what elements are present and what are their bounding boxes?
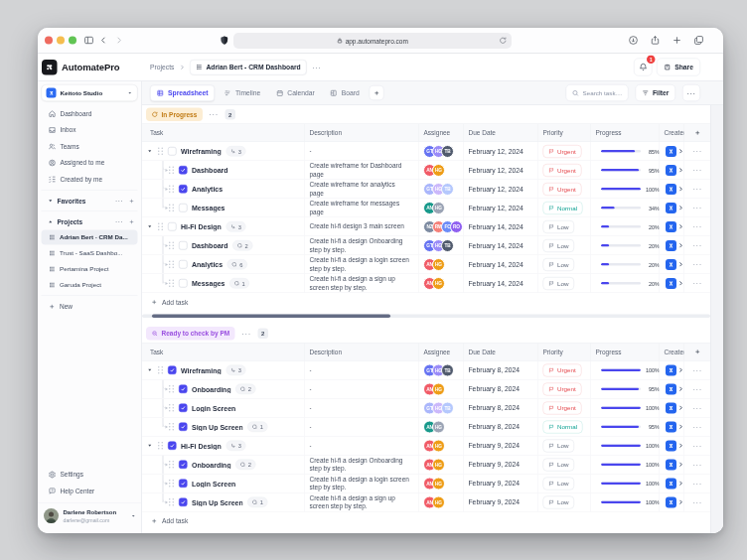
drag-handle-icon[interactable] bbox=[168, 166, 175, 174]
drag-handle-icon[interactable] bbox=[168, 204, 175, 211]
breadcrumb-project-chip[interactable]: Adrian Bert - CRM Dashboard bbox=[190, 60, 307, 75]
user-card[interactable]: Darlene Robertson darlene@gmail.com bbox=[38, 503, 141, 524]
comment-count-pill[interactable]: 1 bbox=[247, 422, 267, 433]
task-checkbox[interactable] bbox=[179, 241, 188, 250]
tab-board[interactable]: Board bbox=[324, 84, 366, 101]
column-header-priority[interactable]: Priority bbox=[538, 124, 591, 142]
task-checkbox-checked[interactable] bbox=[168, 366, 177, 375]
task-checkbox-checked[interactable] bbox=[179, 461, 188, 470]
drag-handle-icon[interactable] bbox=[168, 185, 175, 193]
row-menu-button[interactable]: ··· bbox=[684, 475, 710, 493]
forward-icon[interactable] bbox=[111, 33, 126, 48]
close-window-button[interactable] bbox=[45, 37, 53, 45]
new-button[interactable]: New bbox=[42, 299, 138, 315]
reload-icon[interactable] bbox=[499, 37, 508, 47]
comment-count-pill[interactable]: 2 bbox=[235, 384, 255, 395]
column-header-created-by[interactable]: Created by bbox=[660, 124, 684, 142]
task-checkbox[interactable] bbox=[179, 260, 188, 269]
scrollbar-thumb[interactable] bbox=[152, 315, 390, 319]
subtask-count-pill[interactable]: 3 bbox=[225, 146, 245, 157]
comment-count-pill[interactable]: 6 bbox=[227, 259, 247, 270]
filter-button[interactable]: Filter bbox=[635, 84, 675, 101]
projects-add-icon[interactable] bbox=[129, 218, 135, 224]
sidebar-project-item[interactable]: Trust - SaaS Dashbo... bbox=[42, 246, 138, 261]
add-task-button[interactable]: Add task bbox=[142, 512, 710, 531]
task-checkbox-checked[interactable] bbox=[179, 498, 188, 507]
subtask-count-pill[interactable]: 3 bbox=[225, 441, 245, 452]
comment-count-pill[interactable]: 2 bbox=[232, 240, 252, 251]
column-header-created-by[interactable]: Created by bbox=[660, 344, 684, 361]
row-caret-icon[interactable] bbox=[142, 149, 157, 154]
column-header-task[interactable]: Task bbox=[142, 124, 305, 142]
task-checkbox[interactable] bbox=[168, 147, 177, 156]
sidebar-project-item[interactable]: Garuda Project bbox=[42, 278, 138, 293]
view-more-button[interactable]: ··· bbox=[682, 84, 700, 101]
comment-count-pill[interactable]: 1 bbox=[229, 278, 249, 289]
task-checkbox[interactable] bbox=[179, 279, 188, 288]
browser-share-icon[interactable] bbox=[648, 33, 663, 48]
drag-handle-icon[interactable] bbox=[168, 423, 175, 431]
drag-handle-icon[interactable] bbox=[168, 480, 175, 488]
tab-overview-icon[interactable] bbox=[691, 33, 706, 48]
drag-handle-icon[interactable] bbox=[168, 241, 175, 249]
tab-spreadsheet[interactable]: Spreadsheet bbox=[150, 84, 215, 101]
favorites-add-icon[interactable] bbox=[129, 198, 135, 204]
browser-sidebar-icon[interactable] bbox=[81, 33, 96, 48]
help-center-button[interactable]: Help Center bbox=[42, 483, 138, 499]
row-menu-button[interactable]: ··· bbox=[684, 361, 710, 380]
drag-handle-icon[interactable] bbox=[168, 260, 175, 268]
add-column-button[interactable] bbox=[684, 124, 710, 142]
breadcrumb-root[interactable]: Projects bbox=[150, 64, 174, 71]
column-header-task[interactable]: Task bbox=[142, 344, 305, 361]
task-checkbox-checked[interactable] bbox=[179, 480, 188, 489]
column-header-assignee[interactable]: Assignee bbox=[419, 124, 464, 142]
row-menu-button[interactable]: ··· bbox=[684, 456, 710, 475]
row-menu-button[interactable]: ··· bbox=[684, 255, 710, 274]
sidebar-project-item[interactable]: Adrian Bert - CRM Da... bbox=[42, 230, 138, 245]
drag-handle-icon[interactable] bbox=[157, 366, 164, 374]
column-header-assignee[interactable]: Assignee bbox=[419, 344, 464, 361]
downloads-icon[interactable] bbox=[626, 33, 641, 48]
sidebar-project-item[interactable]: Pertamina Project bbox=[42, 262, 138, 277]
group-more-button[interactable]: ··· bbox=[209, 110, 219, 119]
task-checkbox-checked[interactable] bbox=[179, 185, 188, 194]
sidebar-item-dashboard[interactable]: Dashboard bbox=[42, 105, 138, 122]
row-caret-icon[interactable] bbox=[142, 444, 157, 449]
tab-timeline[interactable]: Timeline bbox=[219, 84, 267, 101]
task-checkbox-checked[interactable] bbox=[179, 423, 188, 432]
row-menu-button[interactable]: ··· bbox=[684, 199, 710, 217]
add-task-button[interactable]: Add task bbox=[142, 293, 710, 312]
row-menu-button[interactable]: ··· bbox=[684, 180, 710, 199]
task-checkbox-checked[interactable] bbox=[179, 166, 188, 175]
drag-handle-icon[interactable] bbox=[168, 461, 175, 469]
row-caret-icon[interactable] bbox=[142, 224, 157, 229]
group-more-button[interactable]: ··· bbox=[241, 330, 251, 339]
drag-handle-icon[interactable] bbox=[157, 222, 164, 230]
zoom-window-button[interactable] bbox=[69, 37, 76, 45]
projects-section-header[interactable]: Projects ··· bbox=[42, 214, 138, 229]
add-column-button[interactable] bbox=[684, 344, 710, 361]
row-menu-button[interactable]: ··· bbox=[684, 236, 710, 255]
add-view-button[interactable] bbox=[370, 85, 384, 100]
drag-handle-icon[interactable] bbox=[168, 279, 175, 287]
breadcrumb-more-button[interactable]: ··· bbox=[312, 63, 321, 71]
task-checkbox[interactable] bbox=[168, 222, 177, 231]
minimize-window-button[interactable] bbox=[57, 37, 65, 45]
task-checkbox-checked[interactable] bbox=[168, 442, 177, 451]
task-checkbox-checked[interactable] bbox=[179, 385, 188, 394]
drag-handle-icon[interactable] bbox=[168, 498, 175, 506]
favorites-more-button[interactable]: ··· bbox=[115, 198, 123, 206]
row-menu-button[interactable]: ··· bbox=[684, 493, 710, 512]
column-header-progress[interactable]: Progress bbox=[591, 124, 660, 142]
group-status-badge[interactable]: Ready to check by PM bbox=[146, 327, 235, 341]
sidebar-item-assigned-to-me[interactable]: Assigned to me bbox=[42, 155, 138, 172]
sidebar-item-teams[interactable]: Teams bbox=[42, 138, 138, 155]
task-checkbox-checked[interactable] bbox=[179, 404, 188, 413]
row-menu-button[interactable]: ··· bbox=[684, 418, 710, 437]
subtask-count-pill[interactable]: 3 bbox=[225, 365, 245, 376]
row-menu-button[interactable]: ··· bbox=[684, 274, 710, 293]
row-menu-button[interactable]: ··· bbox=[684, 142, 710, 161]
drag-handle-icon[interactable] bbox=[168, 385, 175, 393]
sidebar-item-created-by-me[interactable]: Created by me bbox=[42, 171, 138, 188]
drag-handle-icon[interactable] bbox=[157, 442, 164, 450]
